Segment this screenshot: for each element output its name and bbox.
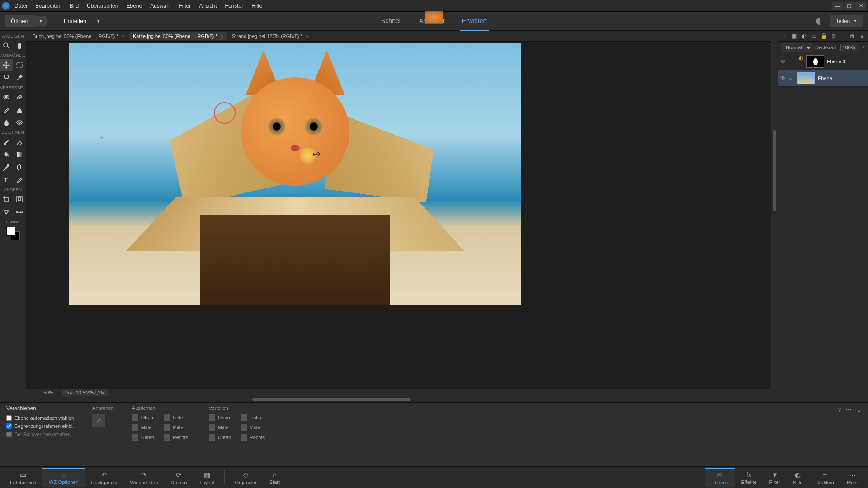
create-button[interactable]: Erstellen — [57, 15, 93, 27]
arrange-icon[interactable]: ⤢ — [92, 414, 105, 427]
content-aware-move-tool[interactable] — [0, 206, 13, 218]
close-icon[interactable]: × — [122, 33, 125, 39]
doc-tab-0[interactable]: Buch.jpeg bei 50% (Ebene 1, RGB/8) *× — [29, 32, 128, 40]
gradient-tool[interactable] — [13, 148, 26, 161]
layer-thumbnail[interactable] — [797, 72, 815, 84]
help-icon[interactable]: ? — [837, 406, 841, 413]
bb-fotobereich[interactable]: ▭Fotobereich — [4, 468, 42, 487]
color-swatch[interactable] — [6, 227, 20, 240]
auto-select-checkbox[interactable]: Ebene automatisch wählen — [6, 415, 74, 421]
new-group-icon[interactable]: ▣ — [791, 33, 797, 39]
visibility-icon[interactable]: 👁 — [780, 75, 786, 81]
horizontal-scrollbar[interactable] — [26, 397, 771, 402]
lasso-tool[interactable] — [0, 71, 13, 84]
menu-ansicht[interactable]: Ansicht — [199, 3, 217, 9]
menu-datei[interactable]: Datei — [14, 3, 27, 9]
mode-tab-erweitert[interactable]: Erweitert — [460, 12, 489, 31]
clone-stamp-tool[interactable] — [13, 103, 26, 116]
bb-filter[interactable]: ▼Filter — [763, 468, 787, 487]
dist-bottom[interactable]: Unten — [209, 434, 236, 441]
more-icon[interactable]: ⋯ — [845, 406, 852, 413]
shape-tool[interactable] — [13, 161, 26, 174]
collapse-icon[interactable]: ⌄ — [856, 406, 862, 413]
bb-mehr[interactable]: ⋯Mehr — [840, 468, 864, 487]
document-size[interactable]: Dok: 13,5M/57,2M — [61, 389, 108, 396]
menu-ueberarbeiten[interactable]: Überarbeiten — [87, 3, 118, 9]
align-bottom[interactable]: Unten — [132, 434, 159, 441]
maximize-button[interactable]: ▢ — [844, 2, 854, 10]
dist-hmiddle[interactable]: Mitte — [241, 424, 268, 431]
link-icon[interactable]: ⧉ — [830, 33, 837, 39]
layer-name[interactable]: Ebene 0 — [827, 59, 845, 64]
dist-top[interactable]: Oben — [209, 414, 236, 421]
marquee-tool[interactable] — [13, 59, 26, 71]
mask-icon[interactable]: ▭ — [811, 33, 817, 39]
bb-undo[interactable]: ↶Rückgängig — [85, 468, 124, 487]
text-tool[interactable]: T — [0, 174, 13, 186]
chevron-down-icon[interactable]: ▼ — [862, 45, 865, 49]
layer-row-0[interactable]: 👁 ◐ Ebene 0 — [778, 53, 868, 70]
align-right[interactable]: Rechts — [164, 434, 191, 441]
menu-filter[interactable]: Filter — [179, 3, 191, 9]
bb-layout[interactable]: ▦Layout — [193, 468, 221, 487]
bb-start[interactable]: ⌂Start — [263, 468, 286, 487]
doc-tab-1[interactable]: Katze.jpg bei 50% (Ebene 1, RGB/8) *× — [129, 32, 227, 40]
pencil-tool[interactable] — [13, 174, 26, 186]
trash-icon[interactable]: 🗑 — [849, 33, 855, 39]
bb-ebenen[interactable]: ▤Ebenen — [705, 468, 735, 487]
menu-hilfe[interactable]: Hilfe — [251, 3, 262, 9]
hand-tool[interactable] — [13, 39, 26, 52]
menu-auswahl[interactable]: Auswahl — [150, 3, 170, 9]
theme-toggle-icon[interactable] — [816, 18, 823, 25]
minimize-button[interactable]: — — [832, 2, 843, 10]
layer-mask-thumbnail[interactable] — [806, 55, 824, 68]
bbox-checkbox[interactable]: Begrenzungsrahmen einbl. — [6, 423, 74, 429]
align-left[interactable]: Links — [164, 414, 191, 421]
create-dropdown[interactable]: ▼ — [93, 16, 104, 26]
align-top[interactable]: Oben — [132, 414, 159, 421]
spot-heal-tool[interactable] — [13, 91, 26, 103]
close-icon[interactable]: × — [306, 33, 309, 39]
bb-grafiken[interactable]: ＋Grafiken — [809, 468, 840, 487]
menu-ebene[interactable]: Ebene — [126, 3, 142, 9]
bb-rotate[interactable]: ⟳Drehen — [164, 468, 193, 487]
dist-left[interactable]: Links — [241, 414, 268, 421]
align-hmiddle[interactable]: Mitte — [164, 424, 191, 431]
straighten-tool[interactable] — [13, 206, 26, 218]
bb-redo[interactable]: ↷Wiederholen — [124, 468, 165, 487]
dist-vmiddle[interactable]: Mitte — [209, 424, 236, 431]
menu-bearbeiten[interactable]: Bearbeiten — [35, 3, 61, 9]
recompose-tool[interactable] — [13, 193, 26, 206]
move-tool[interactable] — [0, 59, 13, 71]
open-button[interactable]: Öffnen — [5, 15, 35, 27]
red-eye-tool[interactable] — [0, 91, 13, 103]
eraser-tool[interactable] — [13, 136, 26, 148]
doc-tab-2[interactable]: Strand.jpeg bei 127% (RGB/8) *× — [228, 32, 312, 40]
layer-row-1[interactable]: 👁 ∞ Ebene 1 — [778, 70, 868, 87]
layer-thumbnail[interactable] — [425, 11, 443, 24]
sponge-tool[interactable] — [13, 116, 26, 129]
paint-bucket-tool[interactable] — [0, 148, 13, 161]
smart-brush-tool[interactable] — [0, 103, 13, 116]
lock-icon[interactable]: 🔒 — [821, 33, 827, 39]
magic-wand-tool[interactable] — [13, 71, 26, 84]
zoom-level[interactable]: 50% — [31, 390, 53, 395]
close-icon[interactable]: × — [221, 33, 224, 39]
visibility-icon[interactable]: 👁 — [780, 58, 786, 65]
close-button[interactable]: ✕ — [855, 2, 866, 10]
align-vmiddle[interactable]: Mitte — [132, 424, 159, 431]
blur-tool[interactable] — [0, 116, 13, 129]
brush-tool[interactable] — [0, 136, 13, 148]
bb-organizer[interactable]: ◇Organizer — [228, 468, 263, 487]
share-button[interactable]: Teilen ▼ — [830, 15, 863, 27]
eyedropper-tool[interactable] — [0, 161, 13, 174]
menu-fenster[interactable]: Fenster — [225, 3, 244, 9]
dist-right[interactable]: Rechts — [241, 434, 268, 441]
panel-menu-icon[interactable]: ≡ — [859, 33, 865, 39]
open-dropdown[interactable]: ▼ — [35, 16, 47, 26]
layer-name[interactable]: Ebene 1 — [818, 75, 836, 81]
blend-mode-select[interactable]: Normal — [781, 43, 812, 52]
vertical-scrollbar[interactable] — [771, 31, 778, 402]
new-layer-icon[interactable]: ▫ — [781, 33, 787, 39]
foreground-color-swatch[interactable] — [6, 227, 15, 236]
